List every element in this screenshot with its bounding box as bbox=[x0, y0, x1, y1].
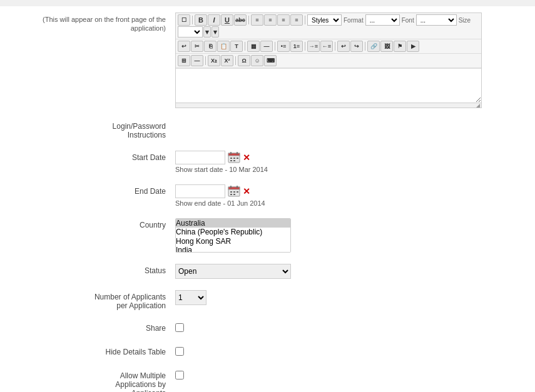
country-option-hongkong[interactable]: Hong Kong SAR bbox=[176, 237, 290, 246]
superscript-button[interactable]: X² bbox=[221, 55, 233, 66]
hide-details-checkbox[interactable] bbox=[175, 347, 184, 356]
status-select[interactable]: Open Closed Draft bbox=[175, 264, 291, 279]
svg-rect-15 bbox=[237, 191, 238, 193]
instructions-label-text: Instructions bbox=[13, 131, 166, 139]
share-checkbox[interactable] bbox=[175, 323, 184, 332]
size-select[interactable] bbox=[178, 26, 203, 38]
editor-toolbar: ☐ B I U abc ≡ ≡ ≡ ≡ bbox=[176, 13, 481, 68]
format-label: Format bbox=[342, 17, 365, 24]
login-label-text: Login/Password bbox=[13, 122, 166, 131]
dropdown-btn-2[interactable]: ▾ bbox=[211, 26, 219, 38]
editor-content[interactable] bbox=[176, 68, 481, 103]
share-control bbox=[175, 321, 522, 334]
separator-1 bbox=[192, 16, 193, 24]
svg-rect-14 bbox=[233, 191, 235, 193]
subscript-button[interactable]: X₂ bbox=[208, 55, 220, 66]
format-select[interactable]: ... bbox=[365, 14, 400, 26]
toolbar-row-2: ↩ ✂ ⎘ 📋 T ▦ — •≡ 1≡ →≡ bbox=[176, 39, 481, 54]
checkbox-icon[interactable]: ☐ bbox=[178, 14, 190, 26]
svg-rect-1 bbox=[228, 153, 240, 156]
indent-button[interactable]: →≡ bbox=[307, 41, 320, 52]
end-date-calendar-icon[interactable] bbox=[228, 185, 240, 198]
svg-rect-16 bbox=[230, 194, 232, 195]
editor-resize-handle[interactable]: ◢ bbox=[176, 103, 481, 108]
toolbar-row-3: ⊞ — X₂ X² Ω ☺ ⌨ bbox=[176, 54, 481, 68]
end-date-hint: Show end date - 01 Jun 2014 bbox=[175, 199, 522, 207]
applicants-label-text: Applicants bbox=[13, 389, 166, 392]
source-button[interactable]: ⊞ bbox=[178, 55, 190, 66]
svg-rect-8 bbox=[233, 160, 235, 161]
status-row: Status Open Closed Draft bbox=[13, 264, 522, 279]
start-date-calendar-icon[interactable] bbox=[228, 151, 240, 164]
undo2-button[interactable]: ↩ bbox=[337, 41, 350, 52]
source2-button[interactable]: ⌨ bbox=[264, 55, 277, 66]
applications-by-label-text: Applications by bbox=[13, 380, 166, 389]
svg-rect-10 bbox=[228, 187, 240, 189]
end-date-clear-icon[interactable]: ✕ bbox=[243, 186, 250, 196]
country-option-india[interactable]: India bbox=[176, 246, 290, 253]
hint-control: ☐ B I U abc ≡ ≡ ≡ ≡ bbox=[175, 13, 522, 108]
hr-button[interactable]: — bbox=[260, 41, 273, 52]
paste-button[interactable]: 📋 bbox=[217, 41, 230, 52]
hint-label: (This will appear on the front page of t… bbox=[13, 13, 175, 33]
end-date-label: End Date bbox=[13, 184, 175, 196]
cut-button[interactable]: ✂ bbox=[191, 41, 203, 52]
separator-3 bbox=[305, 16, 305, 24]
paste-text-button[interactable]: T bbox=[230, 41, 243, 52]
start-date-input[interactable] bbox=[175, 151, 225, 164]
italic-button[interactable]: I bbox=[208, 14, 220, 26]
svg-rect-7 bbox=[230, 160, 232, 161]
form-area: (This will appear on the front page of t… bbox=[0, 6, 535, 392]
align-justify-button[interactable]: ≡ bbox=[290, 14, 303, 26]
country-label: Country bbox=[13, 218, 175, 229]
smiley-button[interactable]: ☺ bbox=[251, 55, 263, 66]
num-applicants-label: Number of Applicants per Application bbox=[13, 290, 175, 310]
flag-button[interactable]: ⚑ bbox=[394, 41, 406, 52]
underline-button[interactable]: U bbox=[221, 14, 233, 26]
image-button[interactable]: 🖼 bbox=[380, 41, 393, 52]
share-label: Share bbox=[13, 321, 175, 333]
bold-button[interactable]: B bbox=[195, 14, 207, 26]
media-button[interactable]: ▶ bbox=[407, 41, 419, 52]
styles-select[interactable]: Styles bbox=[307, 14, 342, 26]
outdent-button[interactable]: ←≡ bbox=[320, 41, 333, 52]
country-option-china[interactable]: China (People's Republic) bbox=[176, 228, 290, 236]
hint-text: (This will appear on the front page of t… bbox=[43, 16, 166, 32]
copy-button[interactable]: ⎘ bbox=[204, 41, 217, 52]
ordered-list-button[interactable]: 1≡ bbox=[290, 41, 303, 52]
applicants-select[interactable]: 1 2 3 4 5 bbox=[175, 290, 206, 305]
font-label: Font bbox=[400, 17, 415, 24]
redo-button[interactable]: ↪ bbox=[350, 41, 363, 52]
country-control: Australia China (People's Republic) Hong… bbox=[175, 218, 522, 253]
separator-9 bbox=[205, 56, 206, 65]
country-row: Country Australia China (People's Republ… bbox=[13, 218, 522, 253]
start-date-clear-icon[interactable]: ✕ bbox=[243, 153, 250, 163]
table-button[interactable]: ▦ bbox=[247, 41, 260, 52]
end-date-input[interactable] bbox=[175, 184, 225, 198]
undo-button[interactable]: ↩ bbox=[178, 41, 190, 52]
dropdown-btn-1[interactable]: ▾ bbox=[203, 26, 211, 38]
preview-button[interactable]: — bbox=[191, 55, 203, 66]
link-button[interactable]: 🔗 bbox=[367, 41, 380, 52]
strikethrough-button[interactable]: abc bbox=[234, 14, 247, 26]
svg-rect-5 bbox=[233, 158, 235, 159]
align-center-button[interactable]: ≡ bbox=[264, 14, 277, 26]
login-password-label: Login/Password Instructions bbox=[13, 119, 175, 139]
login-password-row: Login/Password Instructions bbox=[13, 119, 522, 139]
font-select[interactable]: ... bbox=[416, 14, 457, 26]
omega-button[interactable]: Ω bbox=[238, 55, 250, 66]
align-left-button[interactable]: ≡ bbox=[251, 14, 263, 26]
country-select[interactable]: Australia China (People's Republic) Hong… bbox=[175, 218, 291, 253]
separator-2 bbox=[248, 16, 249, 24]
num-applicants-label-text: Number of Applicants bbox=[13, 293, 166, 301]
hide-details-row: Hide Details Table bbox=[13, 345, 522, 358]
allow-multiple-checkbox[interactable] bbox=[175, 371, 184, 379]
svg-rect-4 bbox=[230, 158, 232, 159]
country-option-australia[interactable]: Australia bbox=[176, 219, 290, 228]
status-control: Open Closed Draft bbox=[175, 264, 522, 279]
hide-details-control bbox=[175, 345, 522, 358]
share-row: Share bbox=[13, 321, 522, 334]
allow-multiple-row: Allow Multiple Applications by Applicant… bbox=[13, 369, 522, 392]
align-right-button[interactable]: ≡ bbox=[277, 14, 290, 26]
unordered-list-button[interactable]: •≡ bbox=[277, 41, 290, 52]
